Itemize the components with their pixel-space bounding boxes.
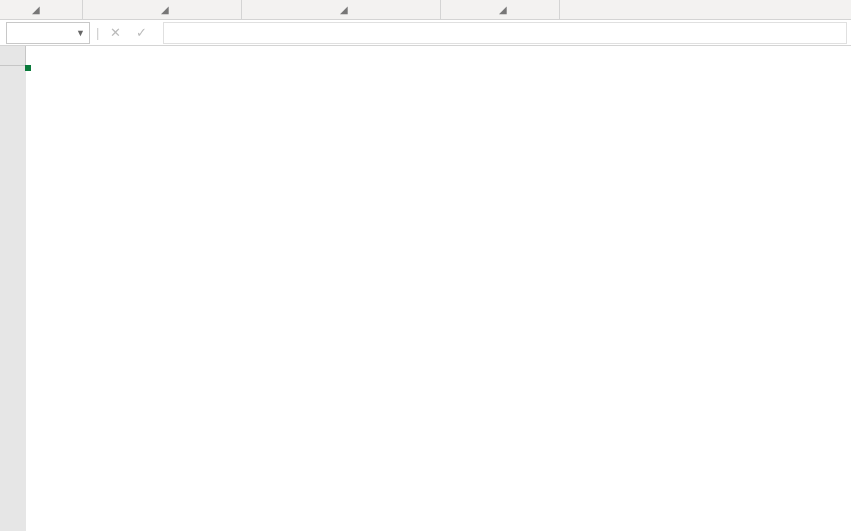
name-box[interactable]: ▼ xyxy=(6,22,90,44)
select-all-corner[interactable] xyxy=(0,46,26,66)
name-box-dropdown-icon[interactable]: ▼ xyxy=(76,28,85,38)
formula-enter-icon[interactable]: ✓ xyxy=(131,23,151,43)
alignment-dialog-launcher-icon[interactable]: ◢ xyxy=(338,4,350,16)
number-dialog-launcher-icon[interactable]: ◢ xyxy=(497,4,509,16)
ribbon-group-labels: ◢ ◢ ◢ ◢ xyxy=(0,0,851,20)
formula-bar[interactable] xyxy=(163,22,847,44)
formula-bar-row: ▼ | ✕ ✓ xyxy=(0,20,851,46)
font-dialog-launcher-icon[interactable]: ◢ xyxy=(159,4,171,16)
sheet-area xyxy=(0,46,851,531)
active-cell-cursor xyxy=(26,66,30,70)
clipboard-dialog-launcher-icon[interactable]: ◢ xyxy=(30,4,42,16)
formula-cancel-icon[interactable]: ✕ xyxy=(105,23,125,43)
